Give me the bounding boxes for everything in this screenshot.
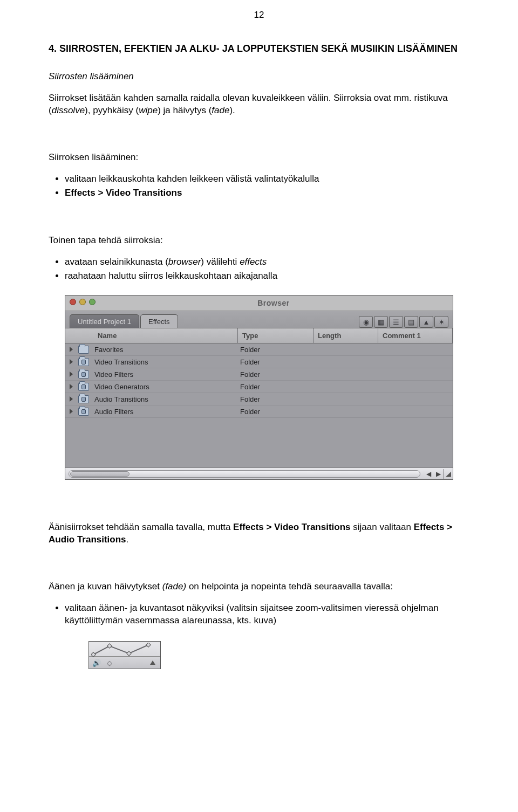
table-row[interactable]: FavoritesFolder	[65, 343, 453, 356]
list-item: valitaan äänen- ja kuvantasot näkyviksi …	[65, 602, 469, 627]
film-icon[interactable]: ▤	[404, 316, 418, 328]
tab-project[interactable]: Untitled Project 1	[70, 314, 139, 328]
lock-icon	[81, 409, 86, 414]
lock-icon	[81, 397, 86, 402]
panel-title: Browser	[99, 299, 448, 307]
subheading-2: Siirroksen lisääminen:	[49, 152, 469, 164]
resize-icon[interactable]: ◢	[443, 469, 453, 479]
row-type: Folder	[240, 395, 316, 403]
scroll-left-icon[interactable]: ◀	[424, 470, 433, 478]
grid-icon[interactable]: ▦	[374, 316, 388, 328]
scroll-thumb[interactable]	[70, 471, 130, 477]
folder-icon	[78, 346, 89, 354]
expand-icon[interactable]: ✶	[434, 316, 448, 328]
minimize-icon[interactable]	[79, 299, 86, 305]
titlebar: Browser	[65, 295, 453, 311]
tab-bar: Untitled Project 1 Effects ◉ ▦ ☰ ▤ ▲ ✶	[65, 311, 453, 328]
row-type: Folder	[240, 358, 316, 366]
row-name: Audio Filters	[94, 408, 240, 416]
column-length[interactable]: Length	[313, 328, 378, 343]
list-icon[interactable]: ☰	[389, 316, 403, 328]
lock-icon	[81, 360, 86, 364]
column-name[interactable]: Name	[65, 328, 238, 343]
scroll-right-icon[interactable]: ▶	[433, 470, 443, 478]
row-name: Video Filters	[94, 370, 240, 379]
list-item: avataan selainikkunasta (browser) välile…	[65, 256, 469, 269]
row-name: Audio Transitions	[94, 395, 240, 403]
table-row[interactable]: Audio TransitionsFolder	[65, 393, 453, 405]
folder-icon	[78, 383, 89, 391]
row-name: Favorites	[94, 346, 240, 354]
list-fade: valitaan äänen- ja kuvantasot näkyviksi …	[65, 602, 469, 627]
row-type: Folder	[240, 383, 316, 391]
folder-icon	[78, 395, 89, 403]
svg-rect-0	[91, 652, 96, 657]
svg-rect-3	[146, 643, 151, 647]
keyframe-icon[interactable]: ◇	[105, 658, 114, 667]
table-row[interactable]: Audio FiltersFolder	[65, 405, 453, 418]
page-number: 12	[254, 10, 264, 20]
disclosure-icon[interactable]	[70, 396, 73, 402]
list-item: Effects > Video Transitions	[65, 187, 469, 199]
svg-rect-1	[107, 644, 112, 648]
disclosure-icon[interactable]	[70, 384, 73, 389]
zoom-popup-icon[interactable]	[148, 658, 157, 667]
row-name: Video Transitions	[94, 358, 240, 366]
document-page: 12 4. SIIRROSTEN, EFEKTIEN JA ALKU- JA L…	[0, 0, 518, 701]
table-row[interactable]: Video TransitionsFolder	[65, 356, 453, 368]
list-siirroksen: valitaan leikkauskohta kahden leikkeen v…	[65, 173, 469, 199]
browser-body: FavoritesFolderVideo TransitionsFolderVi…	[65, 343, 453, 467]
paragraph-1: Siirrokset lisätään kahden samalla raida…	[49, 92, 469, 117]
disclosure-icon[interactable]	[70, 347, 73, 352]
heading-main: 4. SIIRROSTEN, EFEKTIEN JA ALKU- JA LOPP…	[49, 43, 469, 54]
lock-icon	[81, 384, 86, 389]
subheading-1: Siirrosten lisääminen	[49, 71, 469, 83]
bin-icon[interactable]: ▲	[419, 316, 433, 328]
subheading-3: Toinen tapa tehdä siirroksia:	[49, 235, 469, 247]
zoom-icon[interactable]	[89, 299, 96, 305]
zoom-toolbar: 🔊 ◇	[88, 641, 161, 669]
tab-effects[interactable]: Effects	[140, 314, 178, 328]
svg-rect-2	[127, 651, 131, 656]
column-type[interactable]: Type	[238, 328, 313, 343]
column-comment[interactable]: Comment 1	[378, 328, 453, 343]
paragraph-fade: Äänen ja kuvan häivytykset (fade) on hel…	[49, 581, 469, 593]
disclosure-icon[interactable]	[70, 371, 73, 377]
lock-icon	[81, 372, 86, 377]
list-item: valitaan leikkauskohta kahden leikkeen v…	[65, 173, 469, 185]
table-row[interactable]: Video GeneratorsFolder	[65, 381, 453, 393]
row-name: Video Generators	[94, 383, 240, 391]
list-toinen: avataan selainikkunasta (browser) välile…	[65, 256, 469, 283]
paragraph-audio-transitions: Äänisiirrokset tehdään samalla tavalla, …	[49, 521, 469, 546]
column-header-row: Name Type Length Comment 1	[65, 328, 453, 343]
close-icon[interactable]	[70, 299, 76, 305]
disclosure-icon[interactable]	[70, 409, 73, 414]
eye-icon[interactable]: ◉	[359, 316, 373, 328]
speaker-icon[interactable]: 🔊	[92, 658, 101, 667]
row-type: Folder	[240, 408, 316, 416]
row-type: Folder	[240, 370, 316, 379]
browser-panel: Browser Untitled Project 1 Effects ◉ ▦ ☰…	[65, 295, 453, 480]
disclosure-icon[interactable]	[70, 359, 73, 364]
folder-icon	[78, 408, 89, 416]
scrollbar[interactable]: ◀ ▶ ◢	[65, 467, 453, 479]
list-item: raahataan haluttu siirros leikkauskohtaa…	[65, 270, 469, 283]
table-row[interactable]: Video FiltersFolder	[65, 368, 453, 381]
folder-icon	[78, 370, 89, 379]
row-type: Folder	[240, 346, 316, 354]
keyframe-graph	[89, 642, 160, 657]
folder-icon	[78, 358, 89, 366]
